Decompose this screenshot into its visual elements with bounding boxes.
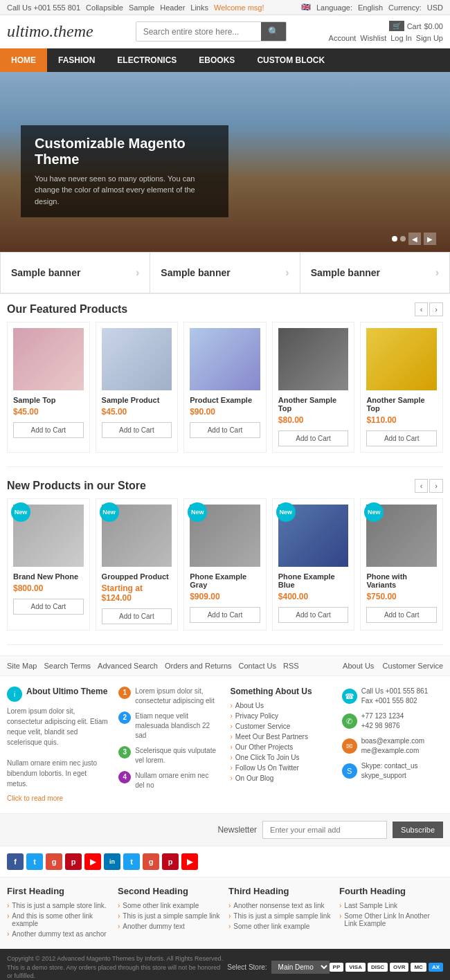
about-link-8[interactable]: On Our Blog xyxy=(231,774,332,782)
about-link-2[interactable]: Privacy Policy xyxy=(231,712,332,720)
footer-link-rss[interactable]: RSS xyxy=(283,662,299,670)
second-link-3[interactable]: Another dummy text xyxy=(118,923,222,930)
nav-header[interactable]: Header xyxy=(160,3,185,12)
footer-link-about[interactable]: About Us xyxy=(343,662,374,670)
signup-link[interactable]: Sign Up xyxy=(416,34,443,42)
about-link-3[interactable]: Customer Service xyxy=(231,723,332,730)
footer-link-contact[interactable]: Contact Us xyxy=(239,662,276,670)
banner-1[interactable]: Sample banner › xyxy=(0,252,150,293)
second-link-1[interactable]: Some other link example xyxy=(118,902,222,909)
nav-collapsible[interactable]: Collapsible xyxy=(86,3,123,12)
product-2-add-to-cart[interactable]: Add to Cart xyxy=(102,422,172,438)
featured-products: Sample Top $45.00 Add to Cart Sample Pro… xyxy=(0,322,450,463)
about-link-1[interactable]: About Us xyxy=(231,702,332,709)
pinterest-icon-2[interactable]: p xyxy=(162,853,179,870)
footer-link-sitemap[interactable]: Site Map xyxy=(7,662,37,670)
twitter-icon-2[interactable]: t xyxy=(123,853,140,870)
footer-info: i About Ultimo Theme Lorem ipsum dolor s… xyxy=(0,675,450,813)
first-link-1[interactable]: This is just a sample store link. xyxy=(7,902,111,909)
banner-3[interactable]: Sample banner › xyxy=(300,252,450,293)
product-5-add-to-cart[interactable]: Add to Cart xyxy=(366,430,437,446)
currency-selector[interactable]: USD xyxy=(427,3,443,12)
third-link-3[interactable]: Some other link example xyxy=(228,923,332,930)
nav-links[interactable]: Links xyxy=(190,3,208,12)
youtube-icon-2[interactable]: ▶ xyxy=(181,853,198,870)
footer-col-second: Second Heading Some other link example T… xyxy=(118,886,222,941)
nav-custom-block[interactable]: CUSTOM BLOCK xyxy=(246,48,336,72)
hero-next[interactable]: ▶ xyxy=(424,233,436,245)
new-badge-3: New xyxy=(188,502,207,522)
google-plus-icon[interactable]: g xyxy=(46,853,62,870)
something-title: Something About Us xyxy=(231,687,332,696)
fourth-link-1[interactable]: Last Sample Link xyxy=(339,902,443,909)
logo[interactable]: ultimo.theme xyxy=(7,22,93,41)
first-heading-title: First Heading xyxy=(7,886,111,896)
product-2-price: $45.00 xyxy=(102,407,172,417)
new-product-5-add-to-cart[interactable]: Add to Cart xyxy=(366,607,437,623)
login-link[interactable]: Log In xyxy=(390,34,412,42)
newsletter-input[interactable] xyxy=(262,821,387,839)
fourth-link-2[interactable]: Some Other Link In Another Link Example xyxy=(339,912,443,927)
about-link-4[interactable]: Meet Our Best Partners xyxy=(231,733,332,741)
footer-link-orders[interactable]: Orders and Returns xyxy=(165,662,232,670)
new-product-4-add-to-cart[interactable]: Add to Cart xyxy=(278,607,349,623)
fax-text: +77 123 1234 +42 98 9876 xyxy=(361,711,404,731)
product-3-add-to-cart[interactable]: Add to Cart xyxy=(190,422,260,438)
list-num-4: 4 xyxy=(118,771,131,783)
hero-prev[interactable]: ◀ xyxy=(408,233,421,245)
pinterest-icon[interactable]: p xyxy=(65,853,82,870)
new-products-next[interactable]: › xyxy=(429,479,443,493)
first-link-2[interactable]: And this is some other link example xyxy=(7,912,111,927)
new-products-prev[interactable]: ‹ xyxy=(415,479,429,493)
new-product-3-add-to-cart[interactable]: Add to Cart xyxy=(190,607,260,623)
payment-mc: MC xyxy=(411,963,426,972)
featured-product-2: Sample Product $45.00 Add to Cart xyxy=(96,322,179,453)
second-link-2[interactable]: This is just a simple sample link xyxy=(118,912,222,920)
about-read-more[interactable]: Click to read more xyxy=(7,795,63,802)
twitter-icon[interactable]: t xyxy=(26,853,43,870)
hero-dot-1[interactable] xyxy=(392,236,397,242)
contact-skype: S Skype: contact_us skype_support xyxy=(342,761,443,781)
nav-sample[interactable]: Sample xyxy=(129,3,154,12)
language-selector[interactable]: English xyxy=(358,3,383,12)
nav-home[interactable]: HOME xyxy=(0,48,47,72)
nav-fashion[interactable]: FASHION xyxy=(47,48,106,72)
account-link[interactable]: Account xyxy=(329,34,357,42)
first-link-3[interactable]: Another dummy text as anchor xyxy=(7,930,111,938)
about-link-7[interactable]: Follow Us On Twitter xyxy=(231,764,332,772)
newsletter-subscribe-button[interactable]: Subscribe xyxy=(393,822,443,838)
banner-2[interactable]: Sample banner › xyxy=(150,252,299,293)
nav-ebooks[interactable]: EBOOKS xyxy=(188,48,246,72)
third-link-2[interactable]: This is just a simple sample link xyxy=(228,912,332,920)
footer-link-customer-service[interactable]: Customer Service xyxy=(383,662,443,670)
search-input[interactable] xyxy=(136,22,261,41)
linkedin-icon[interactable]: in xyxy=(104,853,120,870)
account-links: Account Wishlist Log In Sign Up xyxy=(329,34,443,42)
payment-amex: AX xyxy=(429,963,443,972)
store-dropdown[interactable]: Main Demo xyxy=(271,961,330,974)
featured-next[interactable]: › xyxy=(429,302,443,316)
hero-title: Customizable Magento Theme xyxy=(35,136,215,167)
google-plus-icon-2[interactable]: g xyxy=(143,853,159,870)
new-product-4-name: Phone Example Blue xyxy=(278,572,349,589)
third-link-1[interactable]: Another nonsense text as link xyxy=(228,902,332,909)
product-3-image xyxy=(190,328,260,390)
hero-dot-2[interactable] xyxy=(400,236,406,242)
nav-electronics[interactable]: ELECTRONICS xyxy=(106,48,188,72)
footer-link-search-terms[interactable]: Search Terms xyxy=(44,662,91,670)
product-4-image xyxy=(278,328,349,390)
product-4-add-to-cart[interactable]: Add to Cart xyxy=(278,430,349,446)
facebook-icon[interactable]: f xyxy=(7,853,24,870)
youtube-icon[interactable]: ▶ xyxy=(84,853,101,870)
about-link-5[interactable]: Our Other Projects xyxy=(231,743,332,751)
wishlist-link[interactable]: Wishlist xyxy=(360,34,386,42)
new-product-1-add-to-cart[interactable]: Add to Cart xyxy=(13,599,84,615)
new-product-2-add-to-cart[interactable]: Add to Cart xyxy=(102,608,172,624)
featured-prev[interactable]: ‹ xyxy=(415,302,429,316)
footer-link-advanced-search[interactable]: Advanced Search xyxy=(98,662,158,670)
new-product-1-price: $800.00 xyxy=(13,583,84,593)
product-5-image xyxy=(366,328,437,390)
search-button[interactable]: 🔍 xyxy=(261,22,286,41)
about-link-6[interactable]: One Click To Join Us xyxy=(231,754,332,761)
product-1-add-to-cart[interactable]: Add to Cart xyxy=(13,422,84,438)
